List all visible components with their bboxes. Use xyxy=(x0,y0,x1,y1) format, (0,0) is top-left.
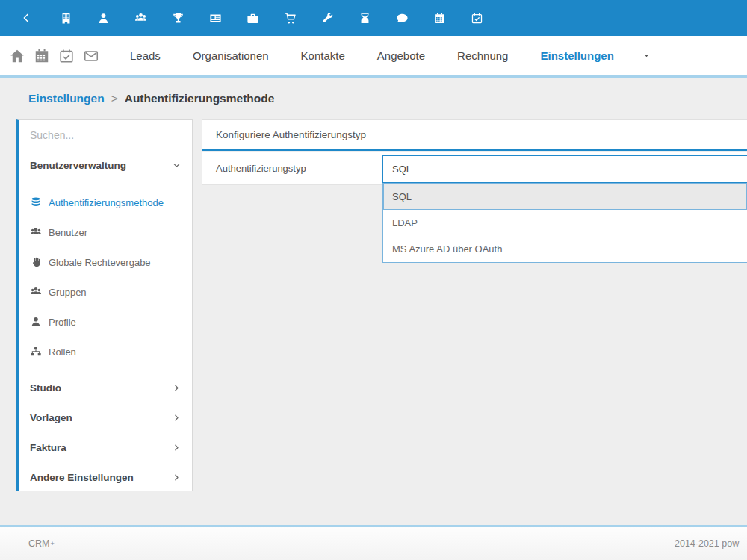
chevron-right-icon xyxy=(172,443,182,452)
breadcrumb-current: Authentifizierungsmethode xyxy=(125,92,275,105)
hourglass-icon xyxy=(359,12,371,25)
sidebar-item-profile[interactable]: Profile xyxy=(19,307,192,337)
chevron-right-icon xyxy=(172,473,182,482)
sidebar-section-header[interactable]: Benutzerverwaltung xyxy=(19,150,192,180)
footer-brand-sup: + xyxy=(50,540,54,547)
database-icon xyxy=(30,196,42,208)
auth-type-select[interactable]: SQL xyxy=(382,155,747,183)
envelope-icon[interactable] xyxy=(83,48,99,64)
sidebar-section-benutzerverwaltung: BenutzerverwaltungAuthentifizierungsmeth… xyxy=(19,150,192,367)
auth-type-label: Authentifizierungstyp xyxy=(216,163,306,174)
sidebar-item-label: Gruppen xyxy=(49,287,87,298)
calendar-icon[interactable] xyxy=(421,0,458,36)
nav-item-organisationen[interactable]: Organisationen xyxy=(193,49,269,62)
home-icon[interactable] xyxy=(9,48,25,64)
sitemap-icon xyxy=(30,346,42,358)
footer: CRM+ 2014-2021 pow xyxy=(0,525,747,560)
sidebar-section-header[interactable]: Faktura xyxy=(19,432,192,462)
chevron-down-icon xyxy=(172,161,182,170)
hand-icon xyxy=(30,256,42,268)
wrench-icon[interactable] xyxy=(309,0,346,36)
sidebar-section-header[interactable]: Studio xyxy=(19,373,192,402)
cart-icon[interactable] xyxy=(271,0,309,36)
sidebar-section-label: Studio xyxy=(30,382,61,393)
sidebar-section-vorlagen: Vorlagen xyxy=(19,402,192,432)
cart-icon xyxy=(284,12,297,25)
comment-icon[interactable] xyxy=(383,0,421,36)
chevron-right-icon xyxy=(172,413,182,423)
module-nav-links: LeadsOrganisationenKontakteAngeboteRechn… xyxy=(130,49,614,62)
caret-down-icon[interactable] xyxy=(642,52,651,60)
module-nav: LeadsOrganisationenKontakteAngeboteRechn… xyxy=(0,36,747,78)
sidebar-item-label: Globale Rechtevergabe xyxy=(49,257,151,268)
sidebar-section-label: Vorlagen xyxy=(30,412,72,423)
sidebar-section-header[interactable]: Andere Einstellungen xyxy=(19,462,192,492)
dropdown-option-ldap[interactable]: LDAP xyxy=(383,210,747,236)
breadcrumb-separator: > xyxy=(111,92,118,105)
calendar-icon xyxy=(433,12,446,25)
sidebar-section-faktura: Faktura xyxy=(19,432,192,462)
sidebar-section-andere-einstellungen: Andere Einstellungen xyxy=(19,462,192,492)
users-icon[interactable] xyxy=(122,0,159,36)
comment-icon xyxy=(396,12,409,25)
sidebar-section-studio: Studio xyxy=(19,373,192,402)
topbar xyxy=(0,0,747,36)
sidebar-section-label: Faktura xyxy=(30,442,66,453)
nav-item-kontakte[interactable]: Kontakte xyxy=(301,49,345,62)
sidebar-sections: BenutzerverwaltungAuthentifizierungsmeth… xyxy=(19,150,192,492)
breadcrumb: Einstellungen > Authentifizierungsmethod… xyxy=(28,78,274,119)
search-input[interactable] xyxy=(19,120,192,150)
nav-item-rechnung[interactable]: Rechnung xyxy=(457,49,508,62)
user-icon xyxy=(97,12,110,25)
calendar-check-icon[interactable] xyxy=(458,0,495,36)
auth-type-label-cell: Authentifizierungstyp xyxy=(202,152,382,185)
dropdown-option-sql[interactable]: SQL xyxy=(383,184,747,210)
sidebar-item-label: Rollen xyxy=(49,346,76,358)
sidebar-item-benutzer[interactable]: Benutzer xyxy=(19,217,192,247)
trophy-icon xyxy=(172,12,185,25)
sidebar-item-label: Authentifizierungsmethode xyxy=(49,197,164,208)
nav-item-einstellungen[interactable]: Einstellungen xyxy=(540,49,613,62)
users-icon xyxy=(134,12,147,25)
newspaper-icon[interactable] xyxy=(196,0,234,36)
topbar-app-icons xyxy=(47,0,495,36)
sidebar-item-label: Profile xyxy=(49,317,76,328)
building-icon xyxy=(60,12,72,25)
user-icon[interactable] xyxy=(84,0,122,36)
sidebar-item-globale-rechtevergabe[interactable]: Globale Rechtevergabe xyxy=(19,247,192,277)
sidebar-item-label: Benutzer xyxy=(49,227,87,238)
module-nav-icons xyxy=(0,48,108,64)
sidebar-section-header[interactable]: Vorlagen xyxy=(19,402,192,432)
briefcase-icon[interactable] xyxy=(234,0,271,36)
wrench-icon xyxy=(321,12,334,25)
sidebar-section-label: Benutzerverwaltung xyxy=(30,160,126,171)
sidebar-items: AuthentifizierungsmethodeBenutzerGlobale… xyxy=(19,187,192,367)
breadcrumb-parent-link[interactable]: Einstellungen xyxy=(28,92,105,105)
auth-type-dropdown: SQLLDAPMS Azure AD über OAuth xyxy=(382,183,747,263)
users-icon xyxy=(30,226,42,238)
calendar-check-icon[interactable] xyxy=(58,48,75,64)
calendar-check-icon xyxy=(471,12,483,25)
dropdown-option-ms-azure-ad-über-oauth[interactable]: MS Azure AD über OAuth xyxy=(383,236,747,262)
users-icon xyxy=(30,286,42,298)
sidebar-item-authentifizierungsmethode[interactable]: Authentifizierungsmethode xyxy=(19,187,192,217)
user-icon xyxy=(30,316,42,328)
footer-brand: CRM+ xyxy=(28,527,55,560)
newspaper-icon xyxy=(209,12,222,25)
footer-brand-text: CRM xyxy=(28,538,49,549)
sidebar-section-label: Andere Einstellungen xyxy=(30,472,134,483)
chevron-right-icon xyxy=(172,383,182,393)
chevron-left-icon[interactable] xyxy=(21,13,31,23)
building-icon[interactable] xyxy=(47,0,84,36)
nav-item-angebote[interactable]: Angebote xyxy=(377,49,425,62)
nav-item-leads[interactable]: Leads xyxy=(130,49,161,62)
panel-title-bar: Konfiguriere Authentifizierungstyp xyxy=(202,119,747,151)
sidebar-item-rollen[interactable]: Rollen xyxy=(19,337,192,367)
hourglass-icon[interactable] xyxy=(346,0,383,36)
calendar-icon[interactable] xyxy=(34,48,50,64)
sidebar-item-gruppen[interactable]: Gruppen xyxy=(19,277,192,307)
auth-type-select-value: SQL xyxy=(392,164,412,175)
trophy-icon[interactable] xyxy=(159,0,196,36)
briefcase-icon xyxy=(247,12,259,25)
settings-sidebar: BenutzerverwaltungAuthentifizierungsmeth… xyxy=(16,119,193,491)
